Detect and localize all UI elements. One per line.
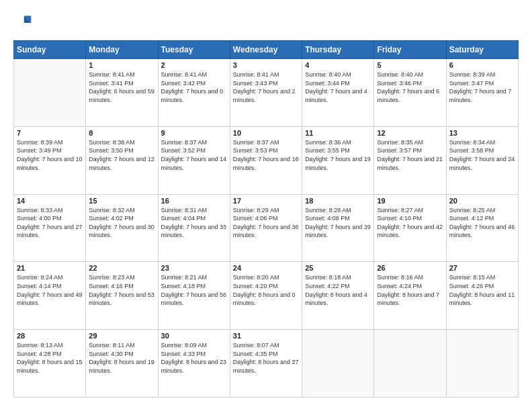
calendar-cell: 28 Sunrise: 8:13 AMSunset: 4:28 PMDaylig… <box>14 330 86 398</box>
page: SundayMondayTuesdayWednesdayThursdayFrid… <box>0 0 532 411</box>
day-info: Sunrise: 8:40 AMSunset: 3:46 PMDaylight:… <box>377 71 443 104</box>
day-info: Sunrise: 8:36 AMSunset: 3:55 PMDaylight:… <box>305 138 371 172</box>
calendar-cell: 13 Sunrise: 8:34 AMSunset: 3:58 PMDaylig… <box>446 126 518 194</box>
calendar-day-header: Monday <box>86 41 158 59</box>
day-info: Sunrise: 8:40 AMSunset: 3:44 PMDaylight:… <box>305 71 371 104</box>
day-number: 7 <box>17 129 83 137</box>
logo-icon <box>13 13 32 32</box>
calendar-day-header: Tuesday <box>158 41 230 59</box>
calendar-cell: 12 Sunrise: 8:35 AMSunset: 3:57 PMDaylig… <box>374 126 446 194</box>
calendar-cell: 25 Sunrise: 8:18 AMSunset: 4:22 PMDaylig… <box>302 262 374 330</box>
day-info: Sunrise: 8:37 AMSunset: 3:53 PMDaylight:… <box>233 138 299 172</box>
calendar-day-header: Saturday <box>446 41 518 59</box>
calendar-cell: 23 Sunrise: 8:21 AMSunset: 4:18 PMDaylig… <box>158 262 230 330</box>
day-number: 2 <box>161 61 227 69</box>
day-info: Sunrise: 8:35 AMSunset: 3:57 PMDaylight:… <box>377 138 443 172</box>
calendar-day-header: Sunday <box>14 41 86 59</box>
day-number: 19 <box>377 197 443 205</box>
calendar-cell: 9 Sunrise: 8:37 AMSunset: 3:52 PMDayligh… <box>158 126 230 194</box>
calendar-day-header: Friday <box>374 41 446 59</box>
day-info: Sunrise: 8:39 AMSunset: 3:49 PMDaylight:… <box>17 138 83 172</box>
day-info: Sunrise: 8:34 AMSunset: 3:58 PMDaylight:… <box>449 138 515 172</box>
day-info: Sunrise: 8:37 AMSunset: 3:52 PMDaylight:… <box>161 138 227 172</box>
day-number: 1 <box>89 61 154 69</box>
calendar-cell: 29 Sunrise: 8:11 AMSunset: 4:30 PMDaylig… <box>86 330 158 398</box>
calendar-cell <box>302 330 374 398</box>
day-number: 6 <box>449 61 515 69</box>
calendar-day-header: Wednesday <box>230 41 302 59</box>
calendar-week-row: 7 Sunrise: 8:39 AMSunset: 3:49 PMDayligh… <box>14 126 519 194</box>
day-info: Sunrise: 8:29 AMSunset: 4:06 PMDaylight:… <box>233 206 299 240</box>
day-number: 28 <box>17 332 83 340</box>
calendar-cell: 30 Sunrise: 8:09 AMSunset: 4:33 PMDaylig… <box>158 330 230 398</box>
day-info: Sunrise: 8:31 AMSunset: 4:04 PMDaylight:… <box>161 206 227 240</box>
day-info: Sunrise: 8:11 AMSunset: 4:30 PMDaylight:… <box>89 341 154 375</box>
calendar-table: SundayMondayTuesdayWednesdayThursdayFrid… <box>13 40 519 398</box>
calendar-cell: 22 Sunrise: 8:23 AMSunset: 4:16 PMDaylig… <box>86 262 158 330</box>
calendar-cell: 27 Sunrise: 8:15 AMSunset: 4:26 PMDaylig… <box>446 262 518 330</box>
day-number: 27 <box>449 264 515 272</box>
day-info: Sunrise: 8:09 AMSunset: 4:33 PMDaylight:… <box>161 341 227 375</box>
day-number: 21 <box>17 264 83 272</box>
day-info: Sunrise: 8:28 AMSunset: 4:08 PMDaylight:… <box>305 206 371 240</box>
day-number: 30 <box>161 332 227 340</box>
day-info: Sunrise: 8:07 AMSunset: 4:35 PMDaylight:… <box>233 341 299 375</box>
day-number: 25 <box>305 264 371 272</box>
day-number: 14 <box>17 197 83 205</box>
day-info: Sunrise: 8:33 AMSunset: 4:00 PMDaylight:… <box>17 206 83 240</box>
logo <box>13 13 35 32</box>
day-info: Sunrise: 8:41 AMSunset: 3:42 PMDaylight:… <box>161 71 227 104</box>
day-number: 20 <box>449 197 515 205</box>
calendar-cell: 21 Sunrise: 8:24 AMSunset: 4:14 PMDaylig… <box>14 262 86 330</box>
calendar-cell: 2 Sunrise: 8:41 AMSunset: 3:42 PMDayligh… <box>158 59 230 127</box>
calendar-week-row: 1 Sunrise: 8:41 AMSunset: 3:41 PMDayligh… <box>14 59 519 127</box>
calendar-cell: 4 Sunrise: 8:40 AMSunset: 3:44 PMDayligh… <box>302 59 374 127</box>
day-number: 23 <box>161 264 227 272</box>
day-info: Sunrise: 8:18 AMSunset: 4:22 PMDaylight:… <box>305 273 371 307</box>
day-number: 9 <box>161 129 227 137</box>
calendar-header-row: SundayMondayTuesdayWednesdayThursdayFrid… <box>14 41 519 59</box>
day-info: Sunrise: 8:25 AMSunset: 4:12 PMDaylight:… <box>449 206 515 240</box>
calendar-day-header: Thursday <box>302 41 374 59</box>
calendar-cell: 7 Sunrise: 8:39 AMSunset: 3:49 PMDayligh… <box>14 126 86 194</box>
calendar-cell: 1 Sunrise: 8:41 AMSunset: 3:41 PMDayligh… <box>86 59 158 127</box>
day-info: Sunrise: 8:41 AMSunset: 3:41 PMDaylight:… <box>89 71 154 104</box>
day-info: Sunrise: 8:20 AMSunset: 4:20 PMDaylight:… <box>233 273 299 307</box>
calendar-cell: 8 Sunrise: 8:38 AMSunset: 3:50 PMDayligh… <box>86 126 158 194</box>
calendar-cell: 26 Sunrise: 8:16 AMSunset: 4:24 PMDaylig… <box>374 262 446 330</box>
day-number: 29 <box>89 332 154 340</box>
calendar-cell: 15 Sunrise: 8:32 AMSunset: 4:02 PMDaylig… <box>86 194 158 262</box>
day-info: Sunrise: 8:13 AMSunset: 4:28 PMDaylight:… <box>17 341 83 375</box>
calendar-cell: 24 Sunrise: 8:20 AMSunset: 4:20 PMDaylig… <box>230 262 302 330</box>
calendar-cell <box>14 59 86 127</box>
day-number: 15 <box>89 197 154 205</box>
calendar-cell: 5 Sunrise: 8:40 AMSunset: 3:46 PMDayligh… <box>374 59 446 127</box>
day-number: 17 <box>233 197 299 205</box>
day-number: 22 <box>89 264 154 272</box>
day-number: 11 <box>305 129 371 137</box>
day-info: Sunrise: 8:24 AMSunset: 4:14 PMDaylight:… <box>17 273 83 307</box>
calendar-week-row: 21 Sunrise: 8:24 AMSunset: 4:14 PMDaylig… <box>14 262 519 330</box>
day-number: 12 <box>377 129 443 137</box>
calendar-cell <box>374 330 446 398</box>
header <box>13 13 519 32</box>
calendar-cell: 31 Sunrise: 8:07 AMSunset: 4:35 PMDaylig… <box>230 330 302 398</box>
day-number: 18 <box>305 197 371 205</box>
day-number: 31 <box>233 332 299 340</box>
day-info: Sunrise: 8:38 AMSunset: 3:50 PMDaylight:… <box>89 138 154 172</box>
day-info: Sunrise: 8:32 AMSunset: 4:02 PMDaylight:… <box>89 206 154 240</box>
day-number: 10 <box>233 129 299 137</box>
day-number: 26 <box>377 264 443 272</box>
day-info: Sunrise: 8:39 AMSunset: 3:47 PMDaylight:… <box>449 71 515 104</box>
day-info: Sunrise: 8:15 AMSunset: 4:26 PMDaylight:… <box>449 273 515 307</box>
calendar-cell: 14 Sunrise: 8:33 AMSunset: 4:00 PMDaylig… <box>14 194 86 262</box>
day-number: 16 <box>161 197 227 205</box>
calendar-week-row: 28 Sunrise: 8:13 AMSunset: 4:28 PMDaylig… <box>14 330 519 398</box>
calendar-week-row: 14 Sunrise: 8:33 AMSunset: 4:00 PMDaylig… <box>14 194 519 262</box>
day-info: Sunrise: 8:16 AMSunset: 4:24 PMDaylight:… <box>377 273 443 307</box>
calendar-cell: 20 Sunrise: 8:25 AMSunset: 4:12 PMDaylig… <box>446 194 518 262</box>
day-info: Sunrise: 8:23 AMSunset: 4:16 PMDaylight:… <box>89 273 154 307</box>
calendar-cell: 3 Sunrise: 8:41 AMSunset: 3:43 PMDayligh… <box>230 59 302 127</box>
day-info: Sunrise: 8:41 AMSunset: 3:43 PMDaylight:… <box>233 71 299 104</box>
calendar-cell: 6 Sunrise: 8:39 AMSunset: 3:47 PMDayligh… <box>446 59 518 127</box>
